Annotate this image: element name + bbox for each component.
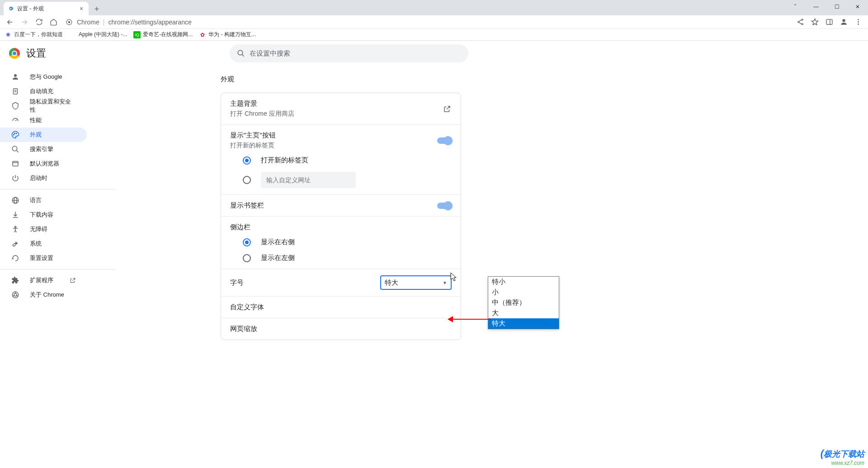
profile-icon[interactable] [837,16,850,28]
puzzle-icon [11,276,20,284]
nav-startup[interactable]: 启动时 [0,171,87,185]
url-path: chrome://settings/appearance [108,19,191,26]
fontsize-select[interactable]: 特大 ▼ [380,275,452,290]
globe-icon [11,196,20,204]
settings-page: 设置 在设置中搜索 您与 Google 自动填充 隐私设置和安全性 性能 外观 … [0,41,868,340]
share-icon[interactable] [794,16,807,28]
radio-newtab[interactable] [243,156,251,165]
dropdown-option-l[interactable]: 大 [488,308,559,318]
row-theme[interactable]: 主题背景 打开 Chrome 应用商店 [221,93,461,125]
row-custom-font[interactable]: 自定义字体 [221,297,461,318]
svg-point-21 [12,146,17,151]
settings-search-input[interactable]: 在设置中搜索 [230,44,468,62]
gear-icon [7,5,14,12]
person-icon [11,73,20,81]
nav-performance[interactable]: 性能 [0,113,87,128]
browser-tab[interactable]: 设置 - 外观 × [4,2,89,15]
home-button[interactable] [47,16,60,28]
dropdown-arrow-icon: ▼ [443,280,447,285]
bookmark-huawei[interactable]: ✿华为 - 构建万物互... [199,31,256,38]
nav-label: 外观 [30,131,42,139]
svg-point-20 [16,133,17,134]
reload-button[interactable] [33,16,45,28]
svg-point-10 [858,24,859,25]
svg-point-8 [858,19,859,20]
page-title: 设置 [26,47,46,60]
toggle-home-button[interactable] [437,137,452,144]
nav-label: 搜索引擎 [30,145,53,153]
nav-downloads[interactable]: 下载内容 [0,208,87,222]
nav-about[interactable]: 关于 Chrome [0,288,87,302]
nav-label: 自动填充 [30,87,53,95]
nav-extensions[interactable]: 扩展程序 [0,273,87,288]
speedometer-icon [11,116,20,124]
forward-button[interactable] [18,16,31,28]
dropdown-option-s[interactable]: 小 [488,287,559,298]
browser-titlebar: 设置 - 外观 × + ˅ ― ☐ ✕ [0,0,868,15]
tab-close-icon[interactable]: × [78,5,85,12]
nav-label: 扩展程序 [30,276,53,284]
dropdown-option-xl[interactable]: 特大 [488,318,559,329]
radio-custom-url-row[interactable] [243,172,452,188]
window-icon [11,160,20,168]
nav-accessibility[interactable]: 无障碍 [0,222,87,236]
radio-label: 打开新的标签页 [261,156,308,165]
svg-line-22 [16,150,19,152]
row-fontsize: 字号 特大 ▼ [221,269,461,297]
bookmark-iqiyi[interactable]: iQ爱奇艺-在线视频网... [133,31,193,38]
menu-icon[interactable] [852,16,864,28]
nav-default-browser[interactable]: 默认浏览器 [0,156,87,171]
nav-reset[interactable]: 重置设置 [0,251,87,265]
nav-privacy[interactable]: 隐私设置和安全性 [0,99,87,113]
back-button[interactable] [4,16,16,28]
bookmark-label: 爱奇艺-在线视频网... [143,31,193,38]
chrome-logo-icon [9,48,20,59]
row-title: 显示书签栏 [230,201,264,210]
palette-icon [11,131,20,139]
chevron-down-icon[interactable]: ˅ [785,0,806,14]
address-bar[interactable]: Chrome | chrome://settings/appearance [61,16,658,28]
nav-you-and-google[interactable]: 您与 Google [0,70,87,84]
radio-sidepanel-left-row[interactable]: 显示在左侧 [243,254,452,262]
row-page-zoom: 网页缩放 [221,318,461,340]
nav-system[interactable]: 系统 [0,236,87,251]
shield-icon [11,102,20,110]
nav-label: 启动时 [30,174,47,182]
row-bookmarks-bar: 显示书签栏 [221,195,461,217]
bookmark-baidu[interactable]: ❋百度一下，你就知道 [5,31,63,38]
row-title: 字号 [230,279,244,287]
svg-line-33 [16,296,18,297]
huawei-icon: ✿ [199,31,206,38]
star-icon[interactable] [808,16,821,28]
bookmark-apple[interactable]: Apple (中国大陆) -... [69,31,127,38]
radio-sidepanel-right-row[interactable]: 显示在右侧 [243,238,452,246]
nav-appearance[interactable]: 外观 [0,128,87,142]
custom-url-input[interactable] [261,172,356,188]
svg-point-13 [14,74,17,77]
nav-label: 关于 Chrome [30,291,64,299]
row-subtitle: 打开新的标签页 [230,142,276,150]
browser-toolbar: Chrome | chrome://settings/appearance [0,15,868,29]
bookmark-label: 百度一下，你就知道 [14,31,63,38]
fontsize-dropdown: 特小 小 中（推荐） 大 特大 [488,276,559,329]
nav-search-engine[interactable]: 搜索引擎 [0,142,87,156]
nav-language[interactable]: 语言 [0,193,87,208]
new-tab-button[interactable]: + [90,3,103,15]
radio-newtab-row[interactable]: 打开新的标签页 [243,156,452,165]
svg-point-28 [15,226,16,227]
minimize-button[interactable]: ― [806,0,826,14]
radio-custom-url[interactable] [243,176,251,184]
sidepanel-icon[interactable] [823,16,835,28]
close-button[interactable]: ✕ [847,0,868,14]
maximize-button[interactable]: ☐ [826,0,847,14]
dropdown-option-xs[interactable]: 特小 [488,277,559,287]
radio-sidepanel-left[interactable] [243,254,251,262]
row-title: 侧边栏 [230,223,250,232]
toggle-bookmarks-bar[interactable] [437,203,452,209]
reset-icon [11,254,20,262]
nav-autofill[interactable]: 自动填充 [0,84,87,99]
dropdown-option-m[interactable]: 中（推荐） [488,298,559,308]
search-icon [11,145,20,153]
url-origin: Chrome [77,19,99,26]
radio-sidepanel-right[interactable] [243,238,251,246]
